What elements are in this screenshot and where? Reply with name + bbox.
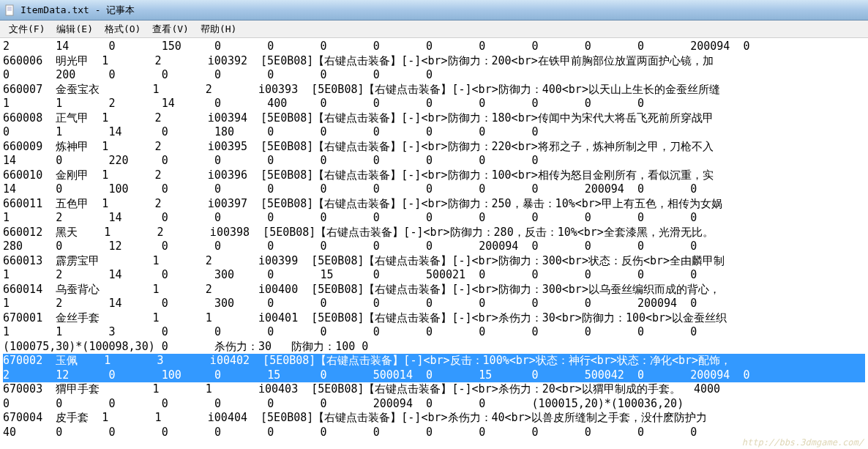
text-line: 40 0 0 0 0 0 0 0 0 0 0 0 0 0: [3, 426, 865, 440]
text-line: 0 0 0 0 0 0 0 200094 0 0 (100015,20)*(10…: [3, 397, 865, 412]
text-line: 660008 正气甲 1 2 i00394 [5E0B08]【右键点击装备】[-…: [3, 111, 865, 126]
text-line: 1 1 2 14 0 400 0 0 0 0 0 0 0: [3, 97, 865, 111]
text-line: 660013 霹雳宝甲 1 2 i00399 [5E0B08]【右键点击装备】[…: [3, 254, 865, 269]
text-line: 660011 五色甲 1 2 i00397 [5E0B08]【右键点击装备】[-…: [3, 197, 865, 212]
text-line: 670003 猬甲手套 1 1 i00403 [5E0B08]【右键点击装备】[…: [3, 382, 865, 397]
window-titlebar: ItemData.txt - 记事本: [0, 0, 868, 21]
text-line: 14 0 100 0 0 0 0 0 0 0 0 200094 0 0: [3, 182, 865, 197]
text-line: 280 0 12 0 0 0 0 0 0 200094 0 0 0 0: [3, 240, 865, 254]
text-line: 1 2 14 0 300 0 15 0 500021 0 0 0 0 0: [3, 268, 865, 283]
text-line: 660014 乌蚕背心 1 2 i00400 [5E0B08]【右键点击装备】[…: [3, 283, 865, 297]
menubar: 文件(F) 编辑(E) 格式(O) 查看(V) 帮助(H): [0, 21, 868, 38]
text-line-selected: 2 12 0 100 0 15 0 500014 0 15 0 500042 0…: [3, 368, 865, 383]
text-line: 1 2 14 0 0 0 0 0 0 0 0 0 0 0: [3, 211, 865, 226]
text-line: 0 1 14 0 180 0 0 0 0 0 0: [3, 125, 865, 140]
menu-format[interactable]: 格式(O): [99, 21, 146, 37]
menu-view[interactable]: 查看(V): [146, 21, 194, 37]
text-line: 0 200 0 0 0 0 0 0 0: [3, 68, 865, 83]
text-line-selected: 670002 玉佩 1 3 i00402 [5E0B08]【右键点击装备】[-]…: [3, 354, 865, 368]
menu-file[interactable]: 文件(F): [3, 21, 50, 37]
text-line: 2 14 0 150 0 0 0 0 0 0 0 0 0 200094 0: [3, 40, 865, 54]
text-line: 660007 金蚕宝衣 1 2 i00393 [5E0B08]【右键点击装备】[…: [3, 83, 865, 97]
text-line: 660010 金刚甲 1 2 i00396 [5E0B08]【右键点击装备】[-…: [3, 168, 865, 183]
text-line: 660009 炼神甲 1 2 i00395 [5E0B08]【右键点击装备】[-…: [3, 140, 865, 155]
watermark: http://bbs.3dmgame.com/: [742, 437, 864, 448]
notepad-icon: [4, 4, 16, 16]
window-title: ItemData.txt - 记事本: [20, 4, 135, 17]
text-area[interactable]: 2 14 0 150 0 0 0 0 0 0 0 0 0 200094 0660…: [0, 38, 868, 441]
text-line: 660012 黑天 1 2 i00398 [5E0B08]【右键点击装备】[-]…: [3, 226, 865, 240]
text-line: (100075,30)*(100098,30) 0 杀伤力：30 防御力：100…: [3, 340, 865, 355]
menu-edit[interactable]: 编辑(E): [50, 21, 98, 37]
text-line: 14 0 220 0 0 0 0 0 0 0 0: [3, 154, 865, 168]
text-line: 1 2 14 0 300 0 0 0 0 0 0 0 200094 0: [3, 297, 865, 311]
text-line: 660006 明光甲 1 2 i00392 [5E0B08]【右键点击装备】[-…: [3, 54, 865, 69]
text-line: 670004 皮手套 1 1 i00404 [5E0B08]【右键点击装备】[-…: [3, 411, 865, 426]
text-line: 670001 金丝手套 1 1 i00401 [5E0B08]【右键点击装备】[…: [3, 311, 865, 326]
menu-help[interactable]: 帮助(H): [195, 21, 242, 37]
text-line: 1 1 3 0 0 0 0 0 0 0 0 0 0 0: [3, 325, 865, 340]
